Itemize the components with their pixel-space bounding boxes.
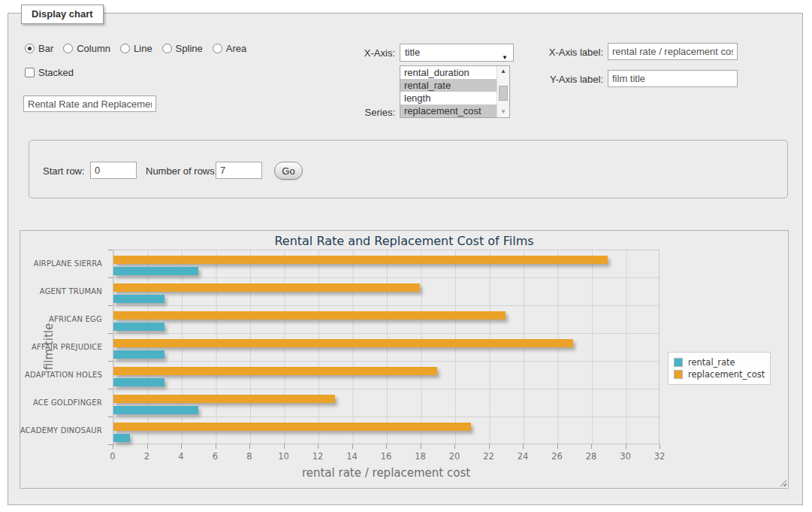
category-label: AIRPLANE SIERRA [20,250,107,277]
x-axis-tick-label: 10 [278,451,289,462]
bar-rental_rate [113,323,165,331]
y-axis-label-input[interactable] [608,70,738,87]
x-axis-tick-label: 2 [144,451,149,462]
x-axis-tick [421,444,421,449]
radio-spline[interactable] [162,44,172,53]
chart-legend: rental_ratereplacement_cost [668,352,771,385]
category-label: ACE GOLDFINGER [20,389,107,417]
scrollbar-thumb[interactable] [499,86,508,101]
radio-label: Column [77,43,110,54]
x-axis-tick [216,444,216,449]
series-option-length[interactable]: length [400,92,497,105]
chart-type-option-column[interactable]: Column [63,43,110,54]
bar-replacement_cost [113,283,420,292]
legend-swatch [674,370,683,379]
stacked-checkbox[interactable] [25,68,35,77]
x-axis-tick [660,444,660,449]
x-axis-select-label: X-Axis: [320,47,395,59]
chart-type-option-spline[interactable]: Spline [162,43,203,54]
radio-bar[interactable] [25,44,35,53]
x-axis-tick [113,444,113,449]
scrollbar-up-icon[interactable]: ▲ [497,66,509,77]
legend-label: replacement_cost [688,369,765,380]
x-axis-tick [523,444,524,449]
bar-rental_rate [113,434,130,442]
category-band [113,389,659,417]
x-axis-label-label: X-Axis label: [528,47,603,58]
chevron-down-icon: ▼ [502,50,508,66]
bar-replacement_cost [113,367,437,375]
category-band [113,306,659,334]
start-row-input[interactable] [90,162,137,179]
num-rows-input[interactable] [216,162,262,179]
x-axis-tick [454,444,455,449]
radio-line[interactable] [120,44,130,53]
y-axis-tick [108,333,113,334]
series-option-replacement_cost[interactable]: replacement_cost [400,105,497,117]
go-button[interactable]: Go [274,162,303,180]
x-axis-tick-label: 18 [415,451,426,462]
bar-replacement_cost [113,395,335,403]
x-axis-tick [489,444,490,449]
x-axis-tick-label: 4 [178,451,183,462]
chart-title: Rental Rate and Replacement Cost of Film… [20,234,788,248]
category-label: AFRICAN EGG [20,305,107,333]
radio-column[interactable] [63,44,73,53]
x-axis-tick-label: 32 [654,451,666,462]
radio-label: Bar [38,43,53,54]
x-axis-tick [318,444,318,449]
y-axis-tick [108,389,113,389]
radio-area[interactable] [213,44,222,53]
chart-title-input[interactable] [23,95,156,112]
category-band [113,334,659,362]
category-band [113,250,659,278]
legend-swatch [674,358,683,367]
bar-replacement_cost [113,311,506,320]
x-axis-tick-label: 14 [346,451,358,462]
resize-grip-icon[interactable] [778,478,786,486]
start-row-label: Start row: [43,165,85,177]
y-axis-tick [108,250,113,250]
x-axis-tick-label: 22 [483,451,494,462]
chart-type-option-bar[interactable]: Bar [25,43,53,54]
radio-label: Line [134,43,152,54]
stacked-label: Stacked [38,67,74,78]
bar-rental_rate [113,406,198,414]
bar-replacement_cost [113,256,608,264]
chart-type-option-area[interactable]: Area [213,43,246,54]
x-axis-tick [181,444,182,449]
category-label: ADAPTATION HOLES [20,361,107,389]
x-axis-tick [147,444,148,449]
series-option-rental_rate[interactable]: rental_rate [400,79,497,92]
bar-replacement_cost [113,423,471,431]
x-axis-label-input[interactable] [608,43,738,60]
radio-label: Spline [176,43,203,54]
y-axis-tick [108,277,113,278]
y-axis-tick [108,305,113,306]
y-axis-label-label: Y-Axis label: [528,74,603,85]
chart-type-option-line[interactable]: Line [120,43,152,54]
category-label: ACADEMY DINOSAUR [20,417,107,444]
x-axis-tick-label: 30 [620,451,631,462]
y-axis-tick [108,361,113,362]
category-band [113,278,659,306]
display-chart-fieldset: Display chart BarColumnLineSplineArea St… [8,13,803,505]
series-listbox[interactable]: rental_durationrental_ratelengthreplacem… [400,65,510,118]
x-axis-tick [249,444,250,449]
x-axis-tick-label: 12 [312,451,324,462]
series-listbox-scrollbar[interactable]: ▲ ▼ [497,66,509,117]
scrollbar-down-icon[interactable]: ▼ [497,107,509,117]
series-option-rental_duration[interactable]: rental_duration [400,66,497,79]
x-axis-tick [626,444,626,449]
stacked-checkbox-option[interactable]: Stacked [25,67,74,78]
x-axis-tick-label: 6 [213,451,218,462]
x-axis-tick-label: 20 [449,451,460,462]
category-axis-labels: AIRPLANE SIERRAAGENT TRUMANAFRICAN EGGAF… [20,250,107,444]
x-axis-tick-label: 24 [518,451,529,462]
category-label: AGENT TRUMAN [20,277,107,305]
fieldset-legend: Display chart [21,5,104,24]
legend-label: rental_rate [688,357,735,368]
x-axis-select[interactable]: title ▼ [400,44,514,62]
x-axis-tick-label: 16 [381,451,392,462]
x-axis-tick [352,444,353,449]
